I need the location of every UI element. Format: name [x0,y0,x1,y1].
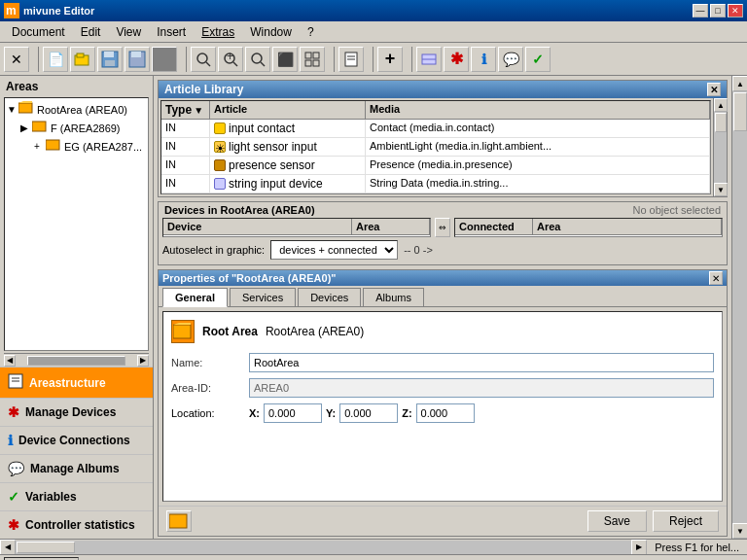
vscroll-track[interactable] [732,91,747,523]
toolbar-save2[interactable] [124,47,150,72]
maximize-button[interactable]: □ [710,4,726,18]
props-content: Root Area RootArea (AREA0) Name: Area-ID… [162,311,723,502]
tab-services[interactable]: Services [230,288,296,306]
tab-devices[interactable]: Devices [298,288,361,306]
tree-expand-eg[interactable]: + [34,141,46,152]
lib-row-3[interactable]: IN string input device String Data (medi… [161,175,710,193]
tree-area[interactable]: ▼ RootArea (AREA0) ▶ F (AREA2869) + [4,97,149,351]
sidebar-item-areastructure[interactable]: Areastructure [0,367,153,398]
lib-cell-media-1: AmbientLight (media.in.light.ambient... [366,138,710,156]
toolbar-search2[interactable]: + [218,47,243,72]
z-input[interactable] [416,403,475,423]
tree-expand-f[interactable]: ▶ [20,122,32,133]
sidebar-item-variables[interactable]: ✓ Variables [0,482,153,510]
minimize-button[interactable]: — [693,4,708,18]
toolbar-info[interactable]: ℹ [471,47,496,72]
lib-row-1[interactable]: IN ☀ light sensor input AmbientLight (me… [161,138,710,157]
svg-rect-19 [313,60,319,66]
vscroll-up[interactable]: ▲ [732,76,747,91]
sidebar-item-manage-albums[interactable]: 💬 Manage Albums [0,454,153,482]
toolbar-speech[interactable]: 💬 [498,47,523,72]
sidebar-item-controller-stats[interactable]: ✱ Controller statistics [0,510,153,539]
lib-vscroll-track[interactable] [714,112,727,183]
app-icon: m [4,3,19,18]
toolbar-page[interactable] [338,47,364,72]
menu-extras[interactable]: Extras [194,23,242,41]
toolbar-black1[interactable] [152,47,177,72]
tree-root-item[interactable]: ▼ RootArea (AREA0) [7,100,146,119]
name-input[interactable] [249,353,714,372]
menu-insert[interactable]: Insert [149,23,194,41]
hscroll-thumb[interactable] [27,356,125,366]
props-header-row: Properties of "RootArea (AREA0)" ✕ [159,270,727,286]
lib-vscroll-up[interactable]: ▲ [714,98,728,112]
tree-sub-children: + EG (AREA287... [20,137,146,156]
sidebar-variables-label: Variables [25,490,77,504]
bottom-scrollbar[interactable]: ◀ ▶ Press F1 for hel... [0,539,747,554]
props-close-btn[interactable]: ✕ [709,271,723,285]
toolbar-plus[interactable]: + [377,47,403,72]
bottom-icon-btn[interactable] [166,510,192,532]
menu-document[interactable]: Document [4,23,73,41]
menu-view[interactable]: View [108,23,149,41]
menu-window[interactable]: Window [242,23,300,41]
toolbar-open[interactable] [70,47,95,72]
vscroll-thumb[interactable] [733,92,747,131]
hscroll-left[interactable]: ◀ [4,355,16,367]
type-dropdown-icon[interactable]: ▼ [194,105,203,116]
lib-vscroll-down[interactable]: ▼ [714,183,728,196]
lib-row-0[interactable]: IN input contact Contact (media.in.conta… [161,120,710,138]
hscroll-left-main[interactable]: ◀ [0,540,16,555]
toolbar-red-rect[interactable]: ⬛ [272,47,298,72]
hscroll-right-main[interactable]: ▶ [631,540,647,555]
menu-bar: Document Edit View Insert Extras Window … [0,21,747,43]
lib-vscroll-thumb[interactable] [715,113,727,132]
tab-general[interactable]: General [162,288,228,307]
article-library-title: Article Library [164,83,243,96]
tree-child-eg[interactable]: + EG (AREA287... [34,137,146,156]
toolbar-grid[interactable] [300,47,325,72]
lib-vscrollbar[interactable]: ▲ ▼ [713,98,727,196]
hscroll-right[interactable]: ▶ [137,355,149,367]
tree-expand-root[interactable]: ▼ [7,104,18,115]
toolbar-save[interactable] [97,47,123,72]
toolbar-asterisk[interactable]: ✱ [444,47,469,72]
hscroll-thumb-main[interactable] [17,542,75,553]
x-input[interactable] [264,403,322,423]
status-bar: 18 object(s) [0,554,747,560]
reject-button[interactable]: Reject [653,510,719,532]
props-title: Properties of "RootArea (AREA0)" [162,272,337,284]
right-scrollbar[interactable]: ▲ ▼ [731,76,747,539]
toolbar-grid2[interactable] [416,47,442,72]
window-controls: — □ ✕ [693,4,743,18]
lib-row-2[interactable]: IN presence sensor Presence (media.in.pr… [161,157,710,175]
vscroll-down[interactable]: ▼ [732,523,747,539]
menu-edit[interactable]: Edit [73,23,109,41]
toolbar-checkmark[interactable]: ✓ [525,47,551,72]
sidebar-item-device-connections[interactable]: ℹ Device Connections [0,426,153,454]
article-library-titlebar: Article Library ✕ [159,81,727,98]
close-button[interactable]: ✕ [728,4,743,18]
devices-transfer-icon[interactable]: ⇔ [435,218,450,237]
toolbar-delete[interactable]: ✕ [4,47,29,72]
properties-panel: Properties of "RootArea (AREA0)" ✕ Gener… [158,269,728,537]
lib-cell-media-2: Presence (media.in.presence) [366,157,710,174]
sidebar-controller-stats-label: Controller statistics [25,518,135,532]
save-button[interactable]: Save [587,510,647,532]
sidebar-item-manage-devices[interactable]: ✱ Manage Devices [0,398,153,426]
devices-panel: Devices in RootArea (AREA0) No object se… [158,201,728,265]
toolbar-zoom[interactable] [245,47,270,72]
hscroll-track[interactable] [16,541,631,554]
sidebar-manage-devices-label: Manage Devices [25,405,116,419]
toolbar-search[interactable] [191,47,216,72]
manage-devices-icon: ✱ [8,404,19,420]
autoselect-select[interactable]: devices + connected devices only connect… [270,240,398,260]
y-input[interactable] [339,403,398,423]
tree-hscrollbar[interactable]: ◀ ▶ [4,353,149,367]
svg-rect-16 [305,52,311,58]
tree-child-f[interactable]: ▶ F (AREA2869) [20,119,146,137]
article-library-close[interactable]: ✕ [707,83,721,96]
tab-albums[interactable]: Albums [363,288,424,306]
toolbar-new[interactable]: 📄 [43,47,68,72]
menu-help[interactable]: ? [300,23,322,41]
